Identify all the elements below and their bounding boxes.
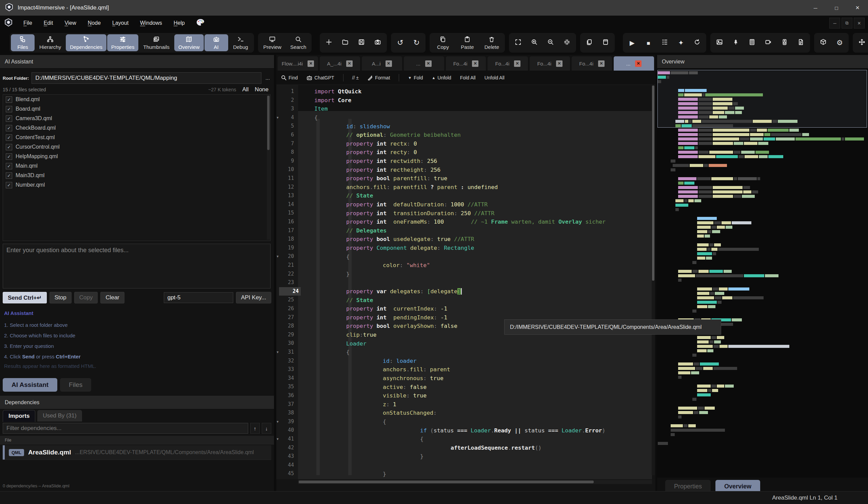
pattern-button[interactable] xyxy=(744,34,760,51)
refresh-button[interactable] xyxy=(689,34,705,51)
tab-files[interactable]: Files xyxy=(60,378,91,392)
unfold-all-button[interactable]: Unfold All xyxy=(485,75,505,80)
stop-button[interactable]: Stop xyxy=(50,292,72,303)
unfold-button[interactable]: ▲Unfold xyxy=(432,75,451,80)
editor-tab[interactable]: Fo...4i✕ xyxy=(530,56,570,71)
toggle-files[interactable]: Files xyxy=(11,34,34,51)
file-checkbox[interactable]: ✓ xyxy=(6,97,12,103)
clear-button[interactable]: Clear xyxy=(100,292,124,303)
file-list-item[interactable]: ✓Camera3D.qml xyxy=(3,114,270,123)
expand-button[interactable] xyxy=(510,34,526,51)
outline-button[interactable] xyxy=(657,34,672,51)
toggle-thumbnails[interactable]: Thumbnails xyxy=(139,34,174,51)
file-list-item[interactable]: ✓CheckBoard.qml xyxy=(3,123,270,133)
file-checkbox[interactable]: ✓ xyxy=(6,182,12,188)
select-none-link[interactable]: None xyxy=(255,86,269,93)
search-button[interactable]: Search xyxy=(286,34,311,51)
paste-button[interactable]: Paste xyxy=(455,34,479,51)
sparkles-button[interactable]: ✦ xyxy=(673,34,689,51)
file-checkbox[interactable]: ✓ xyxy=(6,134,12,141)
file-list-item[interactable]: ✓Main.qml xyxy=(3,161,270,171)
stop-button[interactable]: ■ xyxy=(640,34,656,51)
cube-button[interactable] xyxy=(815,34,831,51)
file-checkbox[interactable]: ✓ xyxy=(6,125,12,131)
minimize-icon[interactable]: ─ xyxy=(805,0,826,16)
tab-close-icon[interactable]: ✕ xyxy=(514,60,520,67)
fold-all-button[interactable]: Fold All xyxy=(460,75,476,80)
menu-file[interactable]: File xyxy=(18,20,38,26)
file-list-scrollbar[interactable] xyxy=(267,95,270,240)
editor-tab[interactable]: A...i✕ xyxy=(362,56,402,71)
menu-help[interactable]: Help xyxy=(168,20,190,26)
toggle-dependencies[interactable]: Dependencies xyxy=(66,34,106,51)
undo-button[interactable]: ↺ xyxy=(392,34,408,51)
maximize-icon[interactable]: □ xyxy=(826,0,847,16)
root-folder-input[interactable]: D:/IMMERSIVE/CUBE4DEV-TEMPLATE/QML/Mappi… xyxy=(32,72,261,84)
tab-close-icon[interactable]: ✕ xyxy=(308,60,314,67)
model-input[interactable]: gpt-5 xyxy=(164,292,233,303)
win-single-button[interactable] xyxy=(598,34,613,51)
tab-imports[interactable]: Imports xyxy=(3,410,35,422)
save-button[interactable] xyxy=(354,34,369,51)
gear-button[interactable]: ⚙ xyxy=(832,34,847,51)
mdi-minimize-icon[interactable]: ─ xyxy=(829,18,840,29)
sort-ascending-icon[interactable]: ↑ xyxy=(250,423,260,434)
tab-ai-assistant[interactable]: AI Assistant xyxy=(3,378,57,392)
mdi-restore-icon[interactable]: ⧉ xyxy=(841,18,852,29)
browse-folder-button[interactable]: ... xyxy=(264,75,271,81)
file-checkbox[interactable]: ✓ xyxy=(6,163,12,169)
file-checkbox[interactable]: ✓ xyxy=(6,144,12,150)
menu-layout[interactable]: Layout xyxy=(106,20,134,26)
editor-tab[interactable]: Flow....i4i✕ xyxy=(278,56,318,71)
question-textarea[interactable]: Enter your question about the selected f… xyxy=(3,244,271,289)
toggle-debug[interactable]: Debug xyxy=(229,34,252,51)
api-key-button[interactable]: API Key... xyxy=(236,292,271,303)
editor-horizontal-scrollbar[interactable] xyxy=(298,480,652,484)
editor-tab[interactable]: A_...4i✕ xyxy=(320,56,360,71)
doc-button[interactable] xyxy=(793,34,809,51)
file-checkbox[interactable]: ✓ xyxy=(6,153,12,160)
copy-button[interactable]: Copy xyxy=(431,34,455,51)
file-list-item[interactable]: ✓CursorControl.qml xyxy=(3,142,270,152)
file-list-item[interactable]: ✓Board.qml xyxy=(3,104,270,114)
win-multi-button[interactable] xyxy=(581,34,597,51)
zoom-in-button[interactable] xyxy=(527,34,542,51)
collapse-button[interactable] xyxy=(559,34,575,51)
menu-windows[interactable]: Windows xyxy=(134,20,168,26)
menu-edit[interactable]: Edit xyxy=(38,20,59,26)
filter-dependencies-input[interactable]: Filter dependencies... xyxy=(3,423,248,434)
fold-arrow-icon[interactable]: ▾ xyxy=(277,435,279,444)
editor-tab[interactable]: ...✕ xyxy=(404,56,444,71)
editor-tab[interactable]: ...✕ xyxy=(614,56,654,71)
file-list-item[interactable]: ✓ContentTest.qml xyxy=(3,133,270,142)
copy-button[interactable]: Copy xyxy=(74,292,98,303)
editor-tab[interactable]: Fo...4i✕ xyxy=(446,56,486,71)
fold-arrow-icon[interactable]: ▾ xyxy=(277,417,279,426)
mdi-close-icon[interactable]: ✕ xyxy=(854,18,865,29)
menu-node[interactable]: Node xyxy=(82,20,106,26)
file-list-item[interactable]: ✓Main3D.qml xyxy=(3,171,270,180)
speaker-button[interactable] xyxy=(777,34,792,51)
file-checkbox[interactable]: ✓ xyxy=(6,172,12,179)
editor-vertical-scrollbar[interactable] xyxy=(652,85,655,475)
tab-close-icon[interactable]: ✕ xyxy=(425,60,432,67)
find-button[interactable]: Find xyxy=(281,75,298,80)
toggle-ai[interactable]: AI xyxy=(205,34,228,51)
toggle-comment-button[interactable]: // ± xyxy=(352,75,359,80)
menu-view[interactable]: View xyxy=(59,20,82,26)
move-button[interactable] xyxy=(854,34,868,51)
tab-close-icon[interactable]: ✕ xyxy=(598,60,604,67)
plus-button[interactable] xyxy=(321,34,337,51)
send-button[interactable]: Send Ctrl+↵ xyxy=(3,292,47,303)
play-button[interactable]: ▶ xyxy=(624,34,640,51)
file-list-item[interactable]: ✓Number.qml xyxy=(3,180,270,190)
close-icon[interactable]: ✕ xyxy=(847,0,868,16)
file-list-item[interactable]: ✓Blend.qml xyxy=(3,95,270,104)
fold-arrow-icon[interactable]: ▾ xyxy=(277,252,279,261)
tab-close-icon[interactable]: ✕ xyxy=(556,60,562,67)
pine-button[interactable] xyxy=(728,34,744,51)
file-list-item[interactable]: ✓HelpMapping.qml xyxy=(3,152,270,161)
fold-arrow-icon[interactable]: ▾ xyxy=(277,348,279,357)
fold-button[interactable]: ▼Fold xyxy=(408,75,423,80)
tab-used-by-31-[interactable]: Used By (31) xyxy=(37,410,82,422)
